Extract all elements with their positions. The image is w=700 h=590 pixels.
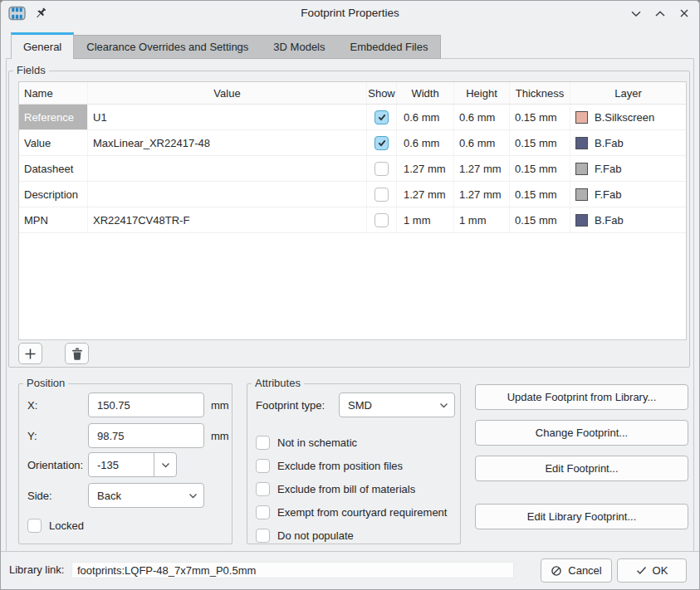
- show-checkbox[interactable]: [374, 162, 389, 176]
- show-checkbox[interactable]: [374, 213, 389, 227]
- side-dropdown[interactable]: Back: [88, 483, 204, 508]
- chevron-down-icon[interactable]: [154, 462, 176, 468]
- footprint-properties-dialog: Footprint Properties General Clearance O…: [0, 0, 700, 590]
- field-name-cell[interactable]: Reference: [19, 105, 88, 129]
- column-header-layer[interactable]: Layer: [570, 82, 686, 104]
- field-value-cell[interactable]: XR22417CV48TR-F: [88, 207, 367, 232]
- tab-embedded-files[interactable]: Embedded Files: [338, 36, 441, 58]
- attributes-group: Attributes Footprint type: SMD Not in sc…: [247, 383, 461, 544]
- show-checkbox[interactable]: [374, 188, 389, 202]
- column-header-show[interactable]: Show: [367, 82, 397, 104]
- field-name-cell[interactable]: Description: [19, 182, 88, 207]
- update-footprint-from-library-button[interactable]: Update Footprint from Library...: [475, 384, 688, 410]
- field-name-cell[interactable]: Value: [19, 130, 88, 155]
- field-value-cell[interactable]: [88, 182, 367, 207]
- field-layer-cell[interactable]: B.Fab: [570, 130, 686, 155]
- layer-name: F.Fab: [595, 163, 622, 175]
- field-show-cell: [367, 207, 397, 232]
- table-toolbar: [18, 343, 89, 364]
- do-not-populate-label: Do not populate: [277, 529, 354, 542]
- x-unit-label: mm: [211, 399, 229, 412]
- layer-color-swatch: [575, 214, 588, 227]
- field-thickness-cell[interactable]: 0.15 mm: [510, 182, 570, 207]
- general-tab-panel: Fields Name Value Show Width Height Thic…: [6, 58, 694, 551]
- footprint-type-dropdown[interactable]: SMD: [339, 393, 455, 417]
- not-in-schematic-label: Not in schematic: [277, 436, 357, 449]
- field-width-cell[interactable]: 0.6 mm: [397, 105, 454, 129]
- field-layer-cell[interactable]: F.Fab: [570, 156, 686, 181]
- field-height-cell[interactable]: 0.6 mm: [454, 130, 510, 155]
- ok-button-label: OK: [653, 564, 668, 577]
- close-icon[interactable]: [678, 7, 691, 20]
- field-layer-cell[interactable]: B.Silkscreen: [570, 105, 686, 129]
- field-thickness-cell[interactable]: 0.15 mm: [510, 130, 570, 155]
- ok-button[interactable]: OK: [617, 558, 687, 583]
- field-width-cell[interactable]: 0.6 mm: [397, 130, 454, 155]
- footprint-type-row: Footprint type: SMD: [256, 393, 455, 417]
- inactive-tab-strip: Clearance Overrides and Settings 3D Mode…: [74, 35, 441, 59]
- position-group: Position X: mm Y: mm Orientation: -135: [18, 383, 233, 544]
- footprint-type-label: Footprint type:: [256, 399, 339, 412]
- field-name-cell[interactable]: Datasheet: [19, 156, 88, 181]
- maximize-icon[interactable]: [653, 7, 667, 20]
- field-width-cell[interactable]: 1.27 mm: [397, 156, 454, 181]
- table-row-datasheet: Datasheet 1.27 mm 1.27 mm 0.15 mm F.Fab: [19, 156, 686, 182]
- exclude-position-files-label: Exclude from position files: [277, 460, 403, 472]
- field-layer-cell[interactable]: F.Fab: [570, 182, 686, 207]
- field-thickness-cell[interactable]: 0.15 mm: [510, 156, 570, 181]
- edit-footprint-button[interactable]: Edit Footprint...: [475, 456, 688, 481]
- field-value-cell[interactable]: MaxLinear_XR22417-48: [88, 130, 367, 155]
- exclude-bom-checkbox[interactable]: [256, 482, 270, 496]
- field-show-cell: [367, 105, 397, 129]
- orientation-combo[interactable]: -135: [88, 452, 177, 477]
- exempt-courtyard-checkbox[interactable]: [256, 505, 270, 519]
- field-height-cell[interactable]: 1.27 mm: [454, 182, 510, 207]
- y-position-input[interactable]: [88, 423, 204, 448]
- field-width-cell[interactable]: 1 mm: [397, 207, 454, 232]
- table-row-mpn: MPN XR22417CV48TR-F 1 mm 1 mm 0.15 mm B.…: [19, 207, 686, 233]
- field-height-cell[interactable]: 1.27 mm: [454, 156, 510, 181]
- field-layer-cell[interactable]: B.Fab: [570, 207, 686, 232]
- exclude-position-files-checkbox[interactable]: [256, 459, 270, 473]
- chevron-down-icon[interactable]: [182, 493, 203, 499]
- exclude-position-files-row: Exclude from position files: [256, 457, 403, 474]
- y-unit-label: mm: [211, 430, 229, 442]
- column-header-name[interactable]: Name: [19, 82, 88, 104]
- field-width-cell[interactable]: 1.27 mm: [397, 182, 454, 207]
- locked-checkbox[interactable]: [27, 519, 42, 533]
- add-field-button[interactable]: [18, 343, 42, 364]
- edit-library-footprint-button[interactable]: Edit Library Footprint...: [475, 504, 688, 529]
- tab-clearance-overrides[interactable]: Clearance Overrides and Settings: [74, 36, 261, 58]
- show-checkbox[interactable]: [374, 136, 389, 150]
- show-checkbox[interactable]: [374, 110, 389, 124]
- field-thickness-cell[interactable]: 0.15 mm: [510, 105, 570, 129]
- x-position-input[interactable]: [88, 393, 204, 417]
- change-footprint-button[interactable]: Change Footprint...: [475, 420, 688, 446]
- column-header-height[interactable]: Height: [454, 82, 510, 104]
- cancel-button[interactable]: Cancel: [541, 558, 612, 583]
- fields-group: Fields Name Value Show Width Height Thic…: [8, 71, 690, 368]
- layer-name: B.Fab: [595, 214, 624, 227]
- field-thickness-cell[interactable]: 0.15 mm: [510, 207, 570, 232]
- field-height-cell[interactable]: 0.6 mm: [454, 105, 510, 129]
- delete-field-button[interactable]: [65, 343, 89, 364]
- chevron-down-icon[interactable]: [433, 402, 454, 408]
- column-header-value[interactable]: Value: [88, 82, 367, 104]
- not-in-schematic-row: Not in schematic: [256, 434, 357, 451]
- column-header-thickness[interactable]: Thickness: [510, 82, 570, 104]
- minimize-icon[interactable]: [629, 7, 643, 20]
- field-value-cell[interactable]: [88, 156, 367, 181]
- layer-name: B.Silkscreen: [595, 111, 654, 124]
- column-header-width[interactable]: Width: [397, 82, 454, 104]
- tab-3d-models[interactable]: 3D Models: [261, 36, 337, 58]
- field-value-cell[interactable]: U1: [88, 105, 367, 129]
- orientation-value: -135: [89, 459, 154, 471]
- not-in-schematic-checkbox[interactable]: [256, 436, 270, 450]
- tab-general[interactable]: General: [11, 32, 74, 59]
- table-row-value: Value MaxLinear_XR22417-48 0.6 mm 0.6 mm…: [19, 130, 686, 156]
- plus-icon: [24, 348, 37, 360]
- field-name-cell[interactable]: MPN: [19, 207, 88, 232]
- do-not-populate-checkbox[interactable]: [256, 529, 270, 543]
- orientation-row: Orientation: -135: [27, 452, 227, 477]
- field-height-cell[interactable]: 1 mm: [454, 207, 510, 232]
